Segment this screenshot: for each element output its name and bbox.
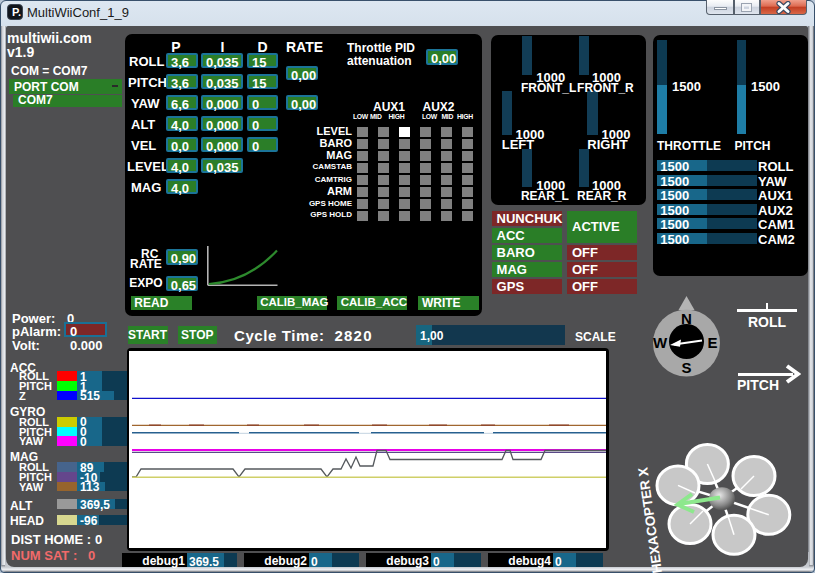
svg-text:S: S (681, 359, 691, 376)
svg-text:N: N (681, 310, 692, 327)
svg-text:E: E (707, 334, 717, 351)
svg-text:W: W (653, 334, 668, 351)
